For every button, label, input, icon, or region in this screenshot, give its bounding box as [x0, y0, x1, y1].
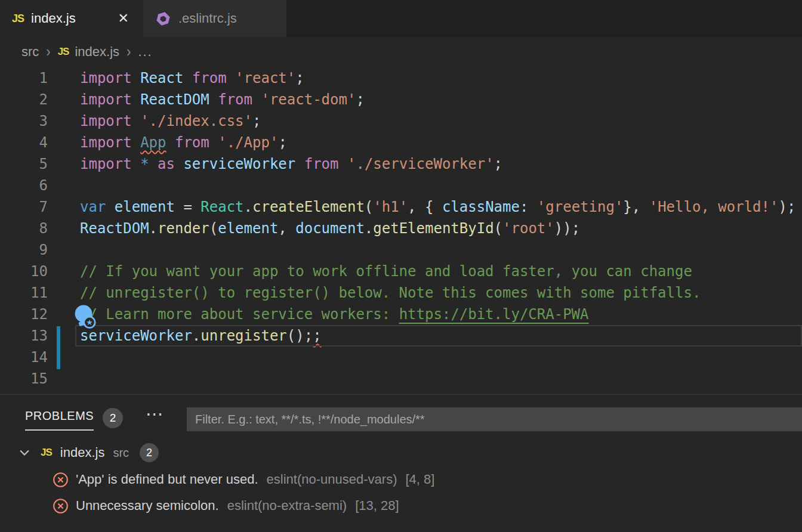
problems-file-row[interactable]: JS index.js src 2: [18, 441, 159, 465]
current-line-highlight: [75, 325, 802, 347]
gutter-modified-indicator: [57, 326, 60, 369]
line-number: 5: [0, 153, 48, 175]
chevron-right-icon: ›: [46, 42, 50, 61]
eslint-icon: [155, 11, 171, 27]
code-line[interactable]: 8ReactDOM.render(element, document.getEl…: [0, 218, 802, 239]
code-line[interactable]: 14: [0, 347, 802, 368]
problem-position: [13, 28]: [355, 498, 399, 514]
line-number: 11: [0, 282, 48, 304]
problem-message: Unnecessary semicolon.: [76, 498, 219, 514]
code-line[interactable]: 6: [0, 175, 802, 196]
code-line[interactable]: 10// If you want your app to work offlin…: [0, 261, 802, 282]
problems-title: PROBLEMS: [25, 409, 94, 422]
error-icon: [53, 472, 69, 488]
line-number: 9: [0, 239, 48, 261]
problems-filter-input[interactable]: [187, 407, 802, 431]
quick-fix-lightbulb-icon[interactable]: ★: [73, 304, 98, 329]
line-number: 12: [0, 304, 48, 325]
code-line[interactable]: 9: [0, 239, 802, 261]
line-number: 4: [0, 132, 48, 153]
code-text: import React from 'react';: [80, 67, 304, 89]
code-text: import './index.css';: [80, 110, 261, 132]
problem-row[interactable]: 'App' is defined but never used. eslint(…: [53, 467, 434, 492]
code-line[interactable]: 7var element = React.createElement('h1',…: [0, 196, 802, 218]
breadcrumb-symbol-ellipsis[interactable]: ...: [138, 44, 152, 60]
line-number: 15: [0, 368, 48, 389]
code-line[interactable]: 2import ReactDOM from 'react-dom';: [0, 89, 802, 110]
code-text: // If you want your app to work offline …: [80, 261, 692, 282]
code-line[interactable]: 4import App from './App';: [0, 132, 802, 153]
problem-message: 'App' is defined but never used.: [76, 472, 258, 487]
code-line[interactable]: 15: [0, 368, 802, 389]
line-number: 1: [0, 67, 48, 89]
problem-source: eslint(no-unused-vars): [267, 472, 397, 487]
code-line[interactable]: 12// Learn more about service workers: h…: [0, 304, 802, 325]
line-number: 8: [0, 218, 48, 239]
error-icon: [53, 498, 69, 514]
tab-label: index.js: [31, 11, 76, 26]
breadcrumb-file[interactable]: index.js: [75, 44, 119, 60]
line-number: 7: [0, 196, 48, 218]
code-text: var element = React.createElement('h1', …: [80, 196, 795, 218]
comment-link[interactable]: https://bit.ly/CRA-PWA: [399, 306, 589, 323]
code-text: import * as serviceWorker from './servic…: [80, 153, 502, 175]
breadcrumb-folder[interactable]: src: [21, 44, 39, 60]
code-text: // unregister() to register() below. Not…: [80, 282, 701, 304]
problem-source: eslint(no-extra-semi): [227, 498, 347, 514]
tab-index-js[interactable]: JS index.js ✕: [0, 0, 143, 37]
code-line[interactable]: 3import './index.css';: [0, 110, 802, 132]
code-text: import App from './App';: [80, 132, 287, 153]
star-glyph: ★: [86, 318, 92, 327]
problem-position: [4, 8]: [405, 472, 434, 487]
tab-eslintrc-js[interactable]: .eslintrc.js: [143, 0, 286, 37]
problems-file-name: index.js: [60, 445, 105, 460]
line-number: 13: [0, 325, 48, 347]
close-icon[interactable]: ✕: [116, 10, 131, 27]
problems-panel: PROBLEMS 2 ⋯ JS index.js src 2 'App' is …: [0, 394, 802, 532]
js-icon: JS: [58, 46, 69, 58]
more-actions-icon[interactable]: ⋯: [146, 403, 165, 424]
breadcrumb: src › JS index.js › ...: [0, 37, 802, 67]
line-number: 14: [0, 347, 48, 368]
code-line[interactable]: 1import React from 'react';: [0, 67, 802, 89]
file-problems-count-badge: 2: [140, 443, 159, 462]
js-icon: JS: [41, 447, 52, 459]
code-editor[interactable]: 1import React from 'react';2import React…: [0, 67, 802, 394]
tab-problems[interactable]: PROBLEMS: [25, 409, 94, 431]
line-number: 3: [0, 110, 48, 132]
code-text: import ReactDOM from 'react-dom';: [80, 89, 365, 110]
code-text: // Learn more about service workers: htt…: [80, 304, 589, 325]
tab-bar: JS index.js ✕ .eslintrc.js: [0, 0, 802, 37]
code-line[interactable]: 5import * as serviceWorker from './servi…: [0, 153, 802, 175]
problems-count-badge: 2: [103, 408, 123, 428]
problem-row[interactable]: Unnecessary semicolon. eslint(no-extra-s…: [53, 493, 399, 518]
line-number: 6: [0, 175, 48, 196]
tab-label: .eslintrc.js: [178, 11, 237, 26]
line-number: 10: [0, 261, 48, 282]
problems-file-folder: src: [113, 446, 129, 460]
js-icon: JS: [12, 13, 24, 25]
code-line[interactable]: 11// unregister() to register() below. N…: [0, 282, 802, 304]
line-number: 2: [0, 89, 48, 110]
chevron-down-icon[interactable]: [18, 446, 31, 459]
code-text: ReactDOM.render(element, document.getEle…: [80, 218, 580, 239]
chevron-right-icon: ›: [127, 42, 131, 61]
